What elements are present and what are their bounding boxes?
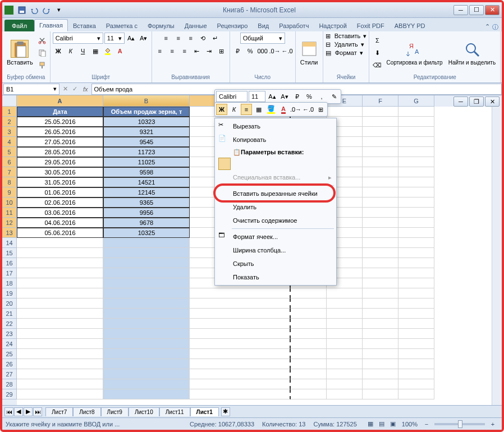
mini-comma-icon[interactable]: ,: [316, 91, 327, 102]
decrease-font-icon[interactable]: A▾: [138, 33, 149, 44]
sort-filter-button[interactable]: ЯА Сортировка и фильтр: [384, 39, 445, 67]
cell[interactable]: 9956: [103, 208, 190, 218]
ctx-show[interactable]: Показать: [216, 270, 335, 284]
orientation-icon[interactable]: ⟲: [198, 33, 209, 44]
cell[interactable]: [103, 319, 190, 329]
format-painter-icon[interactable]: [36, 59, 48, 71]
cell[interactable]: [363, 329, 398, 339]
minimize-ribbon-icon[interactable]: ⌃: [485, 23, 490, 31]
row-header[interactable]: 2: [2, 117, 17, 127]
row-header[interactable]: 10: [2, 197, 17, 208]
cell[interactable]: [398, 379, 434, 389]
cell[interactable]: [398, 329, 434, 339]
row-header[interactable]: 21: [2, 309, 17, 319]
cell[interactable]: [398, 319, 434, 329]
merge-icon[interactable]: ⊞: [216, 45, 227, 57]
cell[interactable]: [103, 349, 190, 359]
cell[interactable]: [363, 197, 398, 208]
sheet-tab[interactable]: Лист11: [159, 407, 190, 416]
cell[interactable]: [17, 379, 103, 389]
row-header[interactable]: 24: [2, 339, 17, 349]
cell[interactable]: [17, 248, 103, 258]
cell[interactable]: [363, 167, 398, 177]
zoom-in-icon[interactable]: +: [487, 419, 498, 430]
cell[interactable]: [327, 379, 363, 389]
mini-increase-font-icon[interactable]: A▴: [267, 91, 278, 102]
enter-formula-icon[interactable]: ✓: [70, 85, 80, 93]
cell[interactable]: [190, 309, 291, 319]
ctx-insert-cut-cells[interactable]: Вставить вырезанные ячейки: [216, 187, 335, 200]
cell[interactable]: [190, 298, 291, 309]
mini-font-combo[interactable]: Calibri: [216, 91, 248, 102]
row-header[interactable]: 27: [2, 369, 17, 379]
mini-size-combo[interactable]: 11: [249, 91, 265, 102]
row-header[interactable]: 15: [2, 248, 17, 258]
cell[interactable]: [327, 288, 363, 298]
tab-developer[interactable]: Разработч: [274, 20, 314, 31]
cell[interactable]: [291, 298, 327, 309]
cell[interactable]: 28.05.2016: [17, 147, 103, 157]
cell[interactable]: [398, 248, 434, 258]
tab-formulas[interactable]: Формулы: [143, 20, 180, 31]
cell[interactable]: [103, 268, 190, 278]
ctx-clear[interactable]: Очистить содержимое: [216, 214, 335, 227]
comma-icon[interactable]: 000: [257, 45, 268, 57]
cell[interactable]: [398, 157, 434, 167]
cell[interactable]: [190, 349, 291, 359]
cell[interactable]: [363, 127, 398, 137]
cell[interactable]: [363, 137, 398, 147]
cell[interactable]: [103, 329, 190, 339]
cell[interactable]: 10323: [103, 117, 190, 127]
row-header[interactable]: 13: [2, 228, 17, 238]
mini-currency-icon[interactable]: ₽: [291, 91, 303, 102]
decrease-indent-icon[interactable]: ⇤: [191, 45, 203, 57]
cell[interactable]: [398, 208, 434, 218]
cell[interactable]: 25.05.2016: [17, 117, 103, 127]
cell[interactable]: [190, 319, 291, 329]
cell[interactable]: [291, 369, 327, 379]
cell[interactable]: [190, 389, 291, 399]
cell[interactable]: 02.06.2016: [17, 197, 103, 208]
fill-color-icon[interactable]: [102, 45, 113, 57]
cell[interactable]: [398, 177, 434, 187]
row-header[interactable]: 28: [2, 379, 17, 389]
row-header[interactable]: 20: [2, 298, 17, 309]
zoom-slider[interactable]: [434, 423, 485, 425]
bold-icon[interactable]: Ж: [53, 45, 64, 57]
zoom-level[interactable]: 100%: [402, 421, 418, 428]
row-header[interactable]: 25: [2, 349, 17, 359]
cell[interactable]: 31.05.2016: [17, 177, 103, 187]
sheet-nav-prev-icon[interactable]: ◀: [14, 407, 23, 416]
cell[interactable]: [327, 319, 363, 329]
cell[interactable]: [17, 238, 103, 248]
cell[interactable]: [327, 309, 363, 319]
cell[interactable]: [363, 339, 398, 349]
cell[interactable]: [398, 309, 434, 319]
cancel-formula-icon[interactable]: ✕: [61, 85, 70, 93]
cell[interactable]: Дата: [17, 107, 103, 117]
view-pagebreak-icon[interactable]: ▣: [387, 419, 398, 430]
cell[interactable]: [103, 359, 190, 369]
cell[interactable]: [398, 389, 434, 399]
row-header[interactable]: 6: [2, 157, 17, 167]
cell[interactable]: [291, 329, 327, 339]
tab-abbyy[interactable]: ABBYY PD: [390, 20, 430, 31]
cell[interactable]: [363, 107, 398, 117]
cell[interactable]: [17, 258, 103, 268]
cell[interactable]: [363, 298, 398, 309]
autosum-icon[interactable]: Σ: [372, 35, 383, 46]
cell[interactable]: [17, 319, 103, 329]
cell[interactable]: [363, 117, 398, 127]
mini-decrease-font-icon[interactable]: A▾: [279, 91, 290, 102]
copy-icon[interactable]: [36, 47, 48, 58]
qat-customize-icon[interactable]: ▾: [53, 4, 65, 16]
percent-icon[interactable]: %: [245, 45, 256, 57]
sheet-tab[interactable]: Лист10: [129, 407, 159, 416]
cells-insert-button[interactable]: ⊞ Вставить ▾: [326, 33, 367, 40]
cell[interactable]: [103, 238, 190, 248]
cell[interactable]: 03.06.2016: [17, 208, 103, 218]
increase-indent-icon[interactable]: ⇥: [204, 45, 215, 57]
cell[interactable]: [398, 167, 434, 177]
tab-file[interactable]: Файл: [4, 20, 34, 31]
cell[interactable]: 26.05.2016: [17, 127, 103, 137]
